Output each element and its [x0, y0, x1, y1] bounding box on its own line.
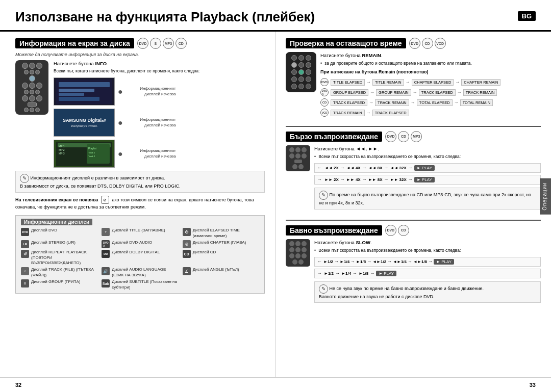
display-dvda: DVDA Дисплей DVD-AUDIO	[102, 240, 178, 248]
slow-device-area: Натиснете бутона SLOW. • Всеки път скоро…	[286, 239, 541, 306]
sa8: →	[353, 271, 357, 276]
slow-button-text: Натиснете бутона SLOW.	[314, 239, 541, 246]
r-btn	[35, 108, 40, 112]
remain-btn	[298, 69, 304, 75]
remain-button-text: Натиснете бутона REMAIN.	[320, 52, 541, 59]
info-button-label: Натиснете бутона INFO.	[54, 60, 265, 67]
play-btn-1: ► PLAY	[414, 165, 435, 171]
remote-left	[15, 60, 48, 115]
fast-note-text: • Всеки път скоростта на възпроизвеждане…	[314, 154, 541, 160]
irb-3	[302, 147, 307, 152]
sa6: →	[428, 259, 433, 264]
arrow-label-1: ● Информационният дисплей изчезва	[118, 86, 176, 97]
flow-title-remain: TITLE REMAIN	[372, 79, 404, 86]
slow-note: Всеки път скоростта на възпроизвеждането…	[318, 248, 461, 253]
svg-text:Track 1: Track 1	[88, 151, 95, 154]
displays-grid: DVD Дисплей DVD T Дисплей TITLE (ЗАГЛАВИ…	[21, 228, 259, 290]
elapsed-icon: ⏱	[183, 228, 191, 236]
r-btn	[29, 75, 35, 82]
arrow-label-3: ● Информационният дисплей изчезва	[118, 148, 176, 159]
flow-total-remain: TOTAL REMAIN	[460, 99, 493, 106]
sirb-1	[289, 241, 294, 246]
tv-symbol: ⊘	[101, 196, 109, 204]
flow-dvda-icon: DVDA	[320, 88, 329, 96]
cd-display-text: Дисплей CD	[193, 250, 216, 255]
slow-speed-row-2: → ►1/2 → ►1/4 → ►1/8 → ► PLAY	[314, 269, 541, 278]
fast-speed-row-1: ← ◄◄ 2X → ◄◄ 4X → ◄◄ 8X → ◄◄ 32X → ► PLA…	[314, 163, 541, 173]
right-column: Проверка на оставащото време DVD CD VCD	[276, 32, 551, 377]
flow-track-remain-3: TRACK REMAIN	[331, 110, 365, 116]
subtitle-icon: Sub	[102, 279, 110, 288]
page-title: Използване на функцията Playback (плейбе…	[15, 9, 315, 25]
slow-notes-2: Бавното движение на звука не работи с ди…	[319, 294, 435, 299]
svg-text:MP 3: MP 3	[59, 152, 65, 155]
sa1: →	[334, 259, 339, 264]
dvd-icon: DVD	[137, 38, 148, 49]
remain-section: Проверка на оставащото време DVD CD VCD	[286, 38, 541, 119]
fast-32x-fwd: ►► 32X	[390, 177, 407, 182]
arr3: →	[384, 165, 389, 170]
fast-dvd-icon: DVD	[385, 131, 396, 142]
remain-dvd-icon: DVD	[409, 38, 420, 49]
flow-chapter-elapsed: CHAPTER ELAPSED	[412, 79, 454, 86]
flow-row-cd: CD TRACK ELAPSED → TRACK REMAIN → TOTAL …	[320, 98, 541, 107]
r-btn	[24, 108, 29, 112]
right-arrow-icon-3: ●	[118, 149, 123, 159]
svg-rect-4	[59, 97, 99, 101]
slow-right-ind: →	[317, 271, 322, 276]
info-device-row: Натиснете бутона INFO. Всеки път, когато…	[15, 60, 265, 168]
r-btn	[36, 83, 42, 89]
audio-text: Дисплей AUDIO LANGUAGE (ЕЗИК НА ЗВУКА)	[112, 267, 178, 278]
slow-dvd-icon: DVD	[385, 225, 396, 236]
flow-arrow-5: →	[413, 90, 417, 95]
bullet-1: •	[320, 61, 322, 66]
fast-speed-row-2: → ►► 2X → ►► 4X → ►► 8X → ►► 32X → ► PLA…	[314, 175, 541, 185]
arr6: →	[362, 177, 367, 182]
sirb-11	[298, 259, 304, 265]
sirb-5	[295, 247, 300, 252]
flow-items-1: TITLE ELAPSED → TITLE REMAIN → CHAPTER E…	[331, 79, 500, 86]
flow-arrow-2: →	[406, 80, 410, 85]
flow-arrow-7: →	[369, 100, 373, 105]
fast-4x-fwd: ►► 4X	[346, 177, 361, 182]
remain-press-title: При натискане на бутона Remain (постоянс…	[320, 69, 541, 75]
sirb-6	[302, 247, 307, 252]
r-btn-13	[291, 84, 297, 89]
display-chapter: ◎ Дисплей CHAPTER (ГЛАВА)	[183, 240, 259, 248]
r-btn	[35, 70, 40, 74]
samsung-logo: SAMSUNG Digitalalleverybody's invited.	[63, 118, 106, 128]
fast-note: Всеки път скоростта на възпроизвеждането…	[318, 154, 461, 159]
r-btn-11	[298, 76, 304, 82]
r-btn	[30, 108, 34, 112]
remain-device-area: Натиснете бутона REMAIN. • за да провери…	[286, 52, 541, 119]
right-arrow-icon: ●	[118, 87, 123, 96]
sirb-9	[302, 253, 307, 258]
operations-tab: Операции	[540, 178, 551, 215]
note-text-1: Информационният дисплей е различен в зав…	[31, 176, 165, 181]
screen-row-1: ● Информационният дисплей изчезва	[54, 77, 265, 106]
svg-rect-1	[59, 82, 110, 87]
remain-press-bold: При натискане на бутона Remain (постоянс…	[320, 69, 429, 74]
audio-icon: 🔊	[102, 267, 110, 275]
r-btn	[29, 83, 35, 89]
sirb-2	[295, 241, 300, 246]
r-btn-5	[298, 62, 304, 68]
display-angle: ∠ Дисплей ANGLE (ЪГЪЛ)	[183, 267, 259, 278]
remain-title: Проверка на оставащото време	[286, 38, 406, 48]
disk-info-header: Информация на екран за диска DVD S MP3 C…	[15, 38, 265, 49]
flow-row-3: CD TRACK ELAPSED → TRACK REMAIN → TOTAL …	[320, 98, 541, 107]
stereo-icon: LR	[21, 240, 29, 248]
disk-info-note: Можете да получавате информация за диска…	[15, 52, 265, 57]
irb-1	[289, 147, 294, 152]
sirb-3	[302, 241, 307, 246]
stereo-text: Дисплей STEREO (L/R)	[31, 240, 76, 245]
sirb-8	[295, 253, 300, 258]
bullet-3: •	[314, 248, 316, 253]
s6: ◄►1/8	[413, 259, 427, 264]
slow-speed-row-1: ← ►1/2 → ►1/4 → ►1/5 → ◄►1/2 → ◄►1/4 → ◄…	[314, 257, 541, 267]
slow-note-icon: ✎	[319, 284, 328, 294]
arr7: →	[384, 177, 389, 182]
s4: ◄►1/2	[372, 259, 386, 264]
slow-left-ind: ←	[317, 259, 322, 264]
remain-note-text: за да проверите общото и оставащото врем…	[324, 61, 471, 66]
